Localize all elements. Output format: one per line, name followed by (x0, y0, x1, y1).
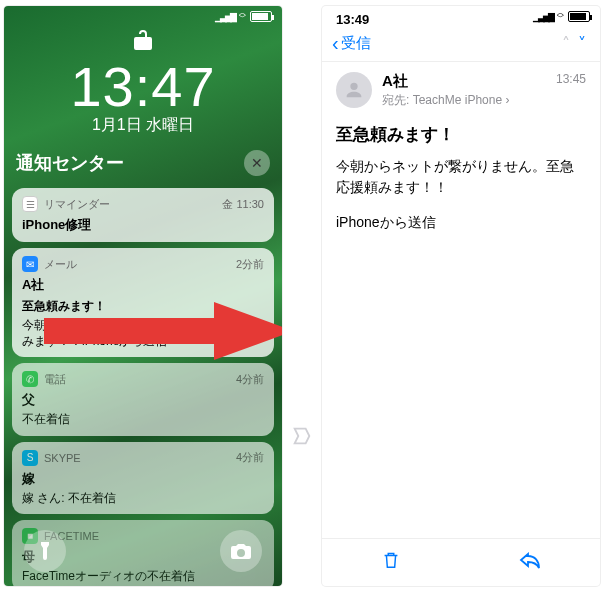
lock-time: 13:47 (4, 54, 282, 119)
notification-center-title: 通知センター (16, 151, 124, 175)
notification-title: 嫁 (22, 470, 264, 488)
mail-detail-phone: 13:49 ⌔ ‹ 受信 ˄ ˅ A社 宛先: TeachMe iPhone ›… (322, 6, 600, 586)
close-icon[interactable]: ✕ (244, 150, 270, 176)
recipient-name: TeachMe iPhone (413, 93, 502, 107)
flashlight-button[interactable] (24, 530, 66, 572)
back-icon[interactable]: ‹ (332, 32, 339, 55)
reminder-icon: ☰ (22, 196, 38, 212)
mail-toolbar (322, 538, 600, 586)
notification-title: 父 (22, 391, 264, 409)
mail-icon: ✉ (22, 256, 38, 272)
wifi-icon: ⌔ (557, 10, 564, 22)
notification-card-phone[interactable]: ✆ 電話 4分前 父 不在着信 (12, 363, 274, 435)
trash-icon[interactable] (380, 549, 402, 576)
sender-name[interactable]: A社 (382, 72, 546, 91)
status-bar: 13:49 ⌔ (322, 6, 600, 26)
back-label[interactable]: 受信 (341, 34, 371, 53)
mail-subject: 至急頼みます！ (336, 123, 586, 146)
reply-icon[interactable] (518, 550, 542, 575)
cellular-icon (215, 10, 235, 22)
mail-time: 13:45 (556, 72, 586, 86)
prev-message-icon[interactable]: ˄ (558, 34, 574, 53)
svg-marker-0 (44, 302, 282, 360)
instruction-arrow (44, 300, 282, 362)
notification-card-skype[interactable]: S SKYPE 4分前 嫁 嫁 さん: 不在着信 (12, 442, 274, 514)
notification-app-name: 電話 (44, 372, 66, 387)
notification-app-name: メール (44, 257, 77, 272)
mail-body-text: 今朝からネットが繋がりません。至急応援頼みます！！ (336, 156, 586, 198)
chevron-right-icon: › (505, 93, 509, 107)
cellular-icon (533, 10, 553, 22)
notification-title: A社 (22, 276, 264, 294)
notification-body: 嫁 さん: 不在着信 (22, 490, 264, 506)
notification-time: 2分前 (236, 257, 264, 272)
notification-app-name: SKYPE (44, 452, 81, 464)
status-bar: ⌔ (4, 6, 282, 26)
wifi-icon: ⌔ (239, 10, 246, 22)
recipient-row[interactable]: 宛先: TeachMe iPhone › (382, 92, 546, 109)
notification-time: 金 11:30 (222, 197, 264, 212)
phone-icon: ✆ (22, 371, 38, 387)
battery-icon (250, 11, 272, 22)
lock-date: 1月1日 水曜日 (4, 115, 282, 136)
notification-time: 4分前 (236, 450, 264, 465)
status-time: 13:49 (336, 12, 369, 27)
recipient-prefix: 宛先: (382, 93, 409, 107)
mail-nav-bar: ‹ 受信 ˄ ˅ (322, 26, 600, 62)
notification-card-reminder[interactable]: ☰ リマインダー 金 11:30 iPhone修理 (12, 188, 274, 242)
skype-icon: S (22, 450, 38, 466)
mail-signature: iPhoneから送信 (336, 212, 586, 233)
next-message-icon[interactable]: ˅ (574, 34, 590, 53)
notification-title: iPhone修理 (22, 216, 264, 234)
avatar (336, 72, 372, 108)
mail-body: 今朝からネットが繋がりません。至急応援頼みます！！ iPhoneから送信 (322, 156, 600, 247)
notification-app-name: リマインダー (44, 197, 110, 212)
battery-icon (568, 11, 590, 22)
camera-button[interactable] (220, 530, 262, 572)
notification-body: 不在着信 (22, 411, 264, 427)
notification-time: 4分前 (236, 372, 264, 387)
lock-screen-phone: ⌔ 13:47 1月1日 水曜日 通知センター ✕ ☰ リマインダー 金 11:… (4, 6, 282, 586)
transition-arrow-icon (290, 425, 314, 453)
